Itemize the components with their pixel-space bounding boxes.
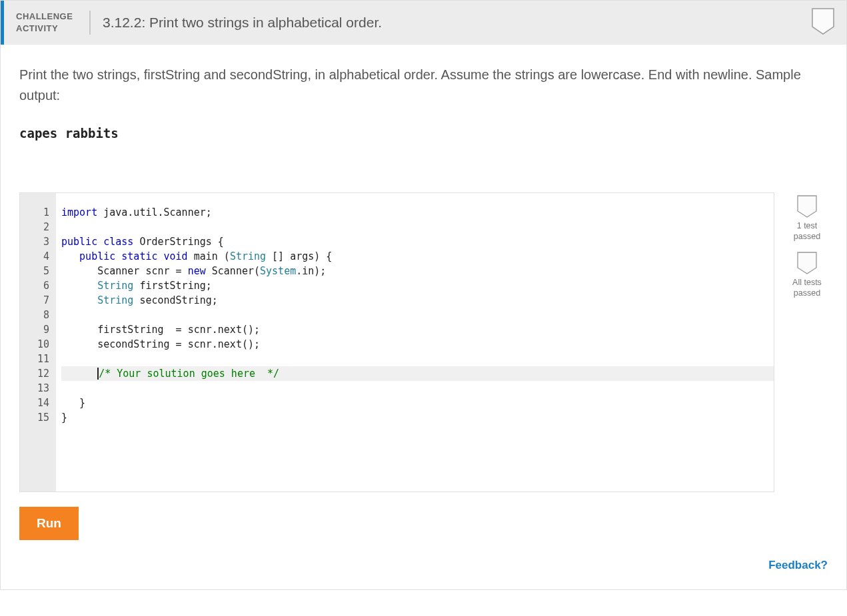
sample-output: capes rabbits	[19, 126, 828, 141]
challenge-title: 3.12.2: Print two strings in alphabetica…	[91, 15, 812, 31]
code-editor[interactable]: 123456789101112131415 import java.util.S…	[19, 192, 774, 492]
shield-icon	[797, 252, 817, 274]
code-line[interactable]: }	[61, 410, 774, 425]
challenge-container: CHALLENGE ACTIVITY 3.12.2: Print two str…	[0, 0, 847, 590]
code-line[interactable]	[61, 352, 774, 366]
code-line[interactable]: String firstString;	[61, 278, 774, 293]
line-number: 8	[20, 308, 49, 322]
line-number: 6	[20, 278, 49, 293]
line-number: 3	[20, 234, 49, 249]
challenge-label-line1: CHALLENGE	[16, 11, 73, 21]
line-number: 15	[20, 410, 49, 425]
instructions-text: Print the two strings, firstString and s…	[19, 65, 806, 106]
code-line[interactable]: public static void main (String [] args)…	[61, 249, 774, 264]
code-line[interactable]: String secondString;	[61, 293, 774, 308]
feedback-link[interactable]: Feedback?	[768, 559, 828, 571]
line-number: 11	[20, 352, 49, 366]
challenge-activity-label: CHALLENGE ACTIVITY	[4, 11, 91, 35]
line-number: 4	[20, 249, 49, 264]
code-line[interactable]: Scanner scnr = new Scanner(System.in);	[61, 264, 774, 278]
work-area: 123456789101112131415 import java.util.S…	[19, 192, 828, 492]
line-number: 14	[20, 396, 49, 410]
line-number: 10	[20, 337, 49, 352]
challenge-label-line2: ACTIVITY	[16, 23, 58, 33]
shield-icon	[797, 195, 817, 218]
line-number: 5	[20, 264, 49, 278]
code-line[interactable]	[61, 220, 774, 234]
result-1-text: 1 test passed	[786, 220, 828, 242]
line-number: 9	[20, 322, 49, 337]
line-number: 7	[20, 293, 49, 308]
code-body[interactable]: import java.util.Scanner;public class Or…	[56, 193, 774, 491]
code-line[interactable]: /* Your solution goes here */	[61, 366, 774, 381]
line-number: 2	[20, 220, 49, 234]
code-line[interactable]: }	[61, 396, 774, 410]
text-cursor	[97, 368, 99, 380]
line-number: 1	[20, 205, 49, 220]
code-line[interactable]: public class OrderStrings {	[61, 234, 774, 249]
code-line[interactable]	[61, 381, 774, 396]
feedback-row: Feedback?	[19, 559, 828, 572]
line-number: 12	[20, 366, 49, 381]
line-number-gutter: 123456789101112131415	[20, 193, 56, 491]
content-area: Print the two strings, firstString and s…	[1, 45, 846, 589]
results-column: 1 test passed All tests passed	[786, 192, 828, 492]
header-shield-icon	[812, 8, 834, 37]
code-line[interactable]	[61, 308, 774, 322]
result-2-text: All tests passed	[786, 277, 828, 299]
run-row: Run	[19, 507, 828, 540]
code-line[interactable]: import java.util.Scanner;	[61, 205, 774, 220]
line-number: 13	[20, 381, 49, 396]
code-line[interactable]: firstString = scnr.next();	[61, 322, 774, 337]
challenge-header: CHALLENGE ACTIVITY 3.12.2: Print two str…	[1, 1, 846, 45]
code-line[interactable]: secondString = scnr.next();	[61, 337, 774, 352]
run-button[interactable]: Run	[19, 507, 79, 540]
